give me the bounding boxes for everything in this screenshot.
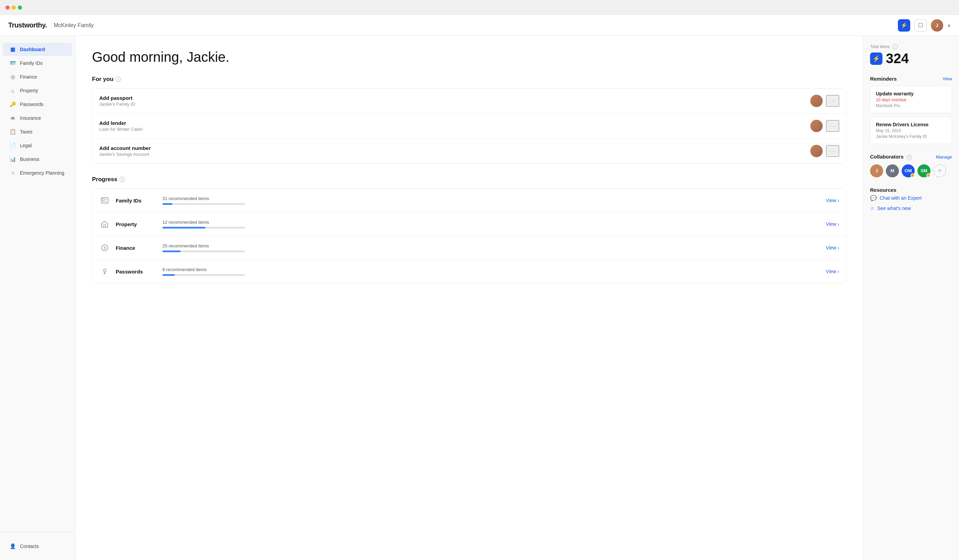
- progress-icon-finance: $: [99, 242, 110, 253]
- sidebar-item-emergency-planning[interactable]: ☆ Emergency Planning: [3, 166, 72, 180]
- minimize-button[interactable]: [12, 5, 16, 10]
- progress-label: Progress: [92, 176, 118, 183]
- progress-bar-fill-passwords: [162, 274, 175, 276]
- right-panel: Total items i ⚡ 324 Reminders View Updat…: [863, 36, 959, 560]
- progress-info-icon[interactable]: i: [119, 177, 125, 182]
- sidebar-item-dashboard[interactable]: ▦ Dashboard: [3, 43, 72, 56]
- progress-section-title: Progress i: [92, 176, 846, 183]
- card-title-passport: Add passport: [99, 95, 810, 101]
- progress-info-finance: 25 recommended items: [162, 243, 820, 252]
- resource-whats-new[interactable]: ☆ See what's new: [870, 204, 952, 213]
- sidebar-item-legal[interactable]: 📄 Legal: [3, 139, 72, 152]
- progress-view-family-ids[interactable]: View ›: [826, 198, 839, 203]
- resources-title: Resources: [870, 187, 952, 193]
- total-items-label: Total items i: [870, 44, 952, 49]
- view-label-passwords: View: [826, 269, 836, 274]
- progress-info-family-ids: 31 recommended items: [162, 196, 820, 205]
- titlebar: [0, 0, 959, 15]
- chevron-down-icon: ∨: [947, 23, 951, 28]
- collab-badge-om: [911, 173, 915, 177]
- finance-icon: ◎: [10, 74, 16, 80]
- sidebar-item-business[interactable]: 📊 Business: [3, 153, 72, 166]
- sidebar-item-finance[interactable]: ◎ Finance: [3, 70, 72, 83]
- doc-icon: ☐: [918, 22, 923, 29]
- family-ids-icon: 🪪: [10, 60, 16, 66]
- svg-rect-1: [102, 199, 104, 200]
- property-icon: ⌂: [10, 88, 16, 94]
- progress-icon-passwords: [99, 266, 110, 277]
- maximize-button[interactable]: [18, 5, 22, 10]
- reminders-view-link[interactable]: View: [943, 76, 952, 81]
- collab-avatar-om: OM: [902, 164, 915, 177]
- sidebar: ▦ Dashboard 🪪 Family IDs ◎ Finance ⌂ Pro…: [0, 36, 75, 560]
- for-you-info-icon[interactable]: i: [115, 76, 121, 82]
- contacts-icon: 👤: [10, 543, 16, 549]
- sidebar-label-taxes: Taxes: [20, 129, 33, 135]
- sidebar-item-insurance[interactable]: ⛂ Insurance: [3, 111, 72, 124]
- collaborators-header: Collaborators i Manage: [870, 154, 952, 160]
- card-menu-passport[interactable]: ⋯: [826, 95, 839, 107]
- reminders-section: Reminders View Update warranty 10 days o…: [870, 76, 952, 144]
- view-label-finance: View: [826, 245, 836, 250]
- resource-chat[interactable]: 💬 Chat with an Expert: [870, 193, 952, 204]
- avatar-button[interactable]: J: [931, 19, 943, 32]
- sidebar-item-contacts[interactable]: 👤 Contacts: [3, 540, 72, 553]
- resources-section: Resources 💬 Chat with an Expert ☆ See wh…: [870, 187, 952, 213]
- progress-item-finance: $ Finance 25 recommended items View ›: [92, 236, 846, 260]
- bolt-badge: ⚡: [870, 52, 883, 65]
- bolt-button[interactable]: ⚡: [898, 19, 910, 32]
- reminder-title-warranty: Update warranty: [876, 91, 946, 96]
- for-you-cards: Add passport Jackie's Family ID ⋯ Add le…: [92, 88, 846, 164]
- progress-bar-fill-property: [162, 227, 206, 229]
- progress-icon-property: [99, 219, 110, 229]
- progress-item-passwords: Passwords 8 recommended items View ›: [92, 260, 846, 283]
- doc-button[interactable]: ☐: [914, 19, 927, 32]
- card-item-account: Add account number Jackie's Savings Acco…: [92, 138, 846, 163]
- progress-item-family-ids: Family IDs 31 recommended items View ›: [92, 189, 846, 212]
- collab-avatar-j: J: [870, 164, 883, 177]
- sidebar-label-legal: Legal: [20, 143, 32, 148]
- progress-label-property: Property: [116, 221, 157, 227]
- progress-label-family-ids: Family IDs: [116, 198, 157, 204]
- reminder-sub-warranty: Macbook Pro: [876, 103, 946, 108]
- card-title-account: Add account number: [99, 145, 810, 151]
- collaborators-info-icon[interactable]: i: [906, 155, 912, 160]
- progress-view-property[interactable]: View ›: [826, 221, 839, 227]
- sidebar-item-taxes[interactable]: 📋 Taxes: [3, 125, 72, 138]
- app-header: Trustworthy. McKinley Family ⚡ ☐ J ∨: [0, 15, 959, 36]
- traffic-lights: [5, 5, 22, 10]
- app-body: ▦ Dashboard 🪪 Family IDs ◎ Finance ⌂ Pro…: [0, 36, 959, 560]
- progress-bar-fill-finance: [162, 250, 181, 252]
- svg-point-7: [104, 269, 106, 272]
- total-items-info-icon[interactable]: i: [892, 44, 898, 49]
- progress-recommended-property: 12 recommended items: [162, 220, 820, 225]
- taxes-icon: 📋: [10, 129, 16, 135]
- progress-bar-track-property: [162, 227, 245, 229]
- reminder-title-license: Renew Drivers License: [876, 122, 946, 127]
- sidebar-label-property: Property: [20, 88, 38, 93]
- progress-bar-track-family-ids: [162, 203, 245, 205]
- progress-label-passwords: Passwords: [116, 269, 157, 275]
- progress-recommended-family-ids: 31 recommended items: [162, 196, 820, 201]
- legal-icon: 📄: [10, 142, 16, 149]
- total-items-label-text: Total items: [870, 44, 890, 49]
- sidebar-label-family-ids: Family IDs: [20, 60, 43, 66]
- sidebar-label-business: Business: [20, 156, 40, 162]
- collaborators-manage-link[interactable]: Manage: [936, 154, 952, 159]
- chevron-button[interactable]: ∨: [947, 23, 951, 28]
- sidebar-item-passwords[interactable]: 🔑 Passwords: [3, 98, 72, 111]
- card-menu-account[interactable]: ⋯: [826, 145, 839, 157]
- add-collaborator-button[interactable]: +: [933, 164, 946, 177]
- progress-view-passwords[interactable]: View ›: [826, 269, 839, 274]
- card-menu-lender[interactable]: ⋯: [826, 120, 839, 132]
- progress-view-finance[interactable]: View ›: [826, 245, 839, 250]
- sidebar-item-property[interactable]: ⌂ Property: [3, 84, 72, 97]
- business-icon: 📊: [10, 156, 16, 162]
- sidebar-item-family-ids[interactable]: 🪪 Family IDs: [3, 57, 72, 70]
- sidebar-bottom: 👤 Contacts: [0, 532, 75, 553]
- emergency-icon: ☆: [10, 170, 16, 176]
- close-button[interactable]: [5, 5, 10, 10]
- progress-bar-track-finance: [162, 250, 245, 252]
- card-avatar-passport: [810, 95, 823, 107]
- sidebar-label-passwords: Passwords: [20, 102, 43, 107]
